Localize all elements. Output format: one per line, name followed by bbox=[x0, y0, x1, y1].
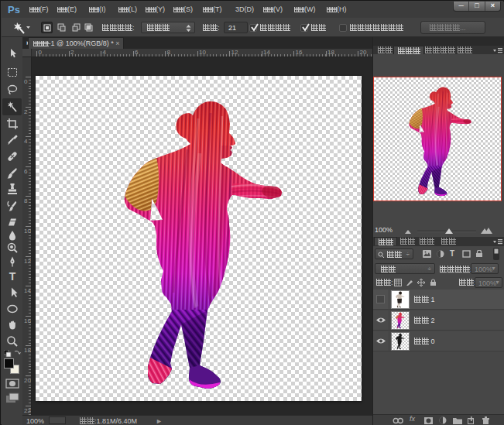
svg-text:T: T bbox=[9, 270, 16, 283]
